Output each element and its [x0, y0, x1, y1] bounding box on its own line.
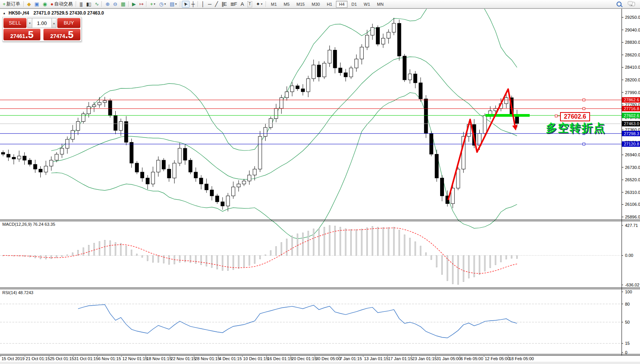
- candle-bull: [306, 79, 310, 92]
- turning-point-note[interactable]: 多空转折点: [546, 121, 605, 136]
- candle-bull: [71, 131, 75, 139]
- text-button[interactable]: A: [239, 1, 246, 8]
- candle-bull: [291, 86, 294, 91]
- indicators-button[interactable]: +▾: [148, 1, 157, 8]
- sell-button[interactable]: SELL: [3, 18, 27, 28]
- timeframe-m5-button[interactable]: M5: [281, 1, 293, 8]
- templates-button[interactable]: ▤▾: [168, 1, 178, 8]
- macd-histogram-bar: [227, 255, 228, 270]
- candlestick-chart-button[interactable]: ▮▯: [84, 1, 93, 8]
- charts-profile-button[interactable]: ◆: [25, 1, 33, 8]
- macd-histogram-bar: [147, 255, 148, 261]
- price-tick-label: 27990.0: [625, 90, 640, 95]
- new-order-button[interactable]: +新订单: [1, 0, 22, 8]
- timeframe-h1-button[interactable]: H1: [324, 1, 335, 8]
- fibonacci-button[interactable]: ≣F: [228, 1, 239, 8]
- auto-scroll-icon: ▶: [132, 2, 136, 7]
- data-window-button[interactable]: ▣: [33, 1, 41, 8]
- price-level-badge-label: 27298.3: [624, 131, 639, 136]
- price-axis: 29250.029040.028830.028620.028410.028200…: [622, 8, 640, 355]
- chat-button[interactable]: [625, 1, 640, 7]
- macd-histogram-bar: [484, 255, 485, 271]
- macd-axis-label: 0.00: [625, 253, 633, 258]
- candle-bear: [183, 148, 187, 160]
- line-chart-button[interactable]: ∿: [93, 1, 101, 8]
- candle-bear: [333, 50, 337, 68]
- timeframe-h4-button[interactable]: H4: [336, 1, 347, 8]
- candle-bull: [280, 98, 283, 108]
- text-label-button[interactable]: T: [246, 0, 254, 8]
- auto-scroll-button[interactable]: ▶: [130, 1, 138, 8]
- crosshair-button[interactable]: ┼: [190, 1, 196, 8]
- macd-histogram-bar: [409, 238, 411, 255]
- trendline-button[interactable]: ╱: [213, 1, 219, 8]
- crosshair-icon: ┼: [191, 2, 194, 7]
- candle-bear: [296, 86, 299, 89]
- autotrading-button[interactable]: ●自动交易: [48, 0, 75, 8]
- time-axis-label: 21 Oct 01:15: [26, 356, 50, 361]
- macd-histogram-bar: [163, 255, 164, 263]
- buy-price-plate[interactable]: 27474.5: [43, 29, 80, 40]
- collapse-ohlc-icon[interactable]: ▲: [3, 12, 6, 15]
- candle-bear: [435, 154, 439, 178]
- price-tick-label: 25896.0: [625, 215, 640, 219]
- time-axis-label: 6 Nov 01:15: [98, 356, 121, 361]
- autotrading-label: 自动交易: [54, 1, 73, 7]
- time-axis-label: 30 Dec 05:00: [316, 356, 341, 361]
- volume-decrease-button[interactable]: ▼: [27, 18, 32, 28]
- search-button[interactable]: [615, 1, 625, 7]
- cursor-button[interactable]: ➤: [182, 1, 190, 8]
- macd-histogram-bar: [302, 233, 303, 255]
- timeframe-m15-button[interactable]: M15: [293, 1, 308, 8]
- volume-input[interactable]: [32, 18, 52, 28]
- bar-chart-button[interactable]: |||: [78, 1, 84, 8]
- candle-bull: [55, 154, 58, 160]
- price-tag-label[interactable]: 27602.6: [560, 112, 590, 121]
- volume-increase-button[interactable]: ▲: [52, 18, 57, 28]
- zoom-in-button[interactable]: ⊕: [103, 1, 111, 8]
- tile-windows-button[interactable]: ▦: [119, 1, 127, 8]
- macd-histogram-bar: [393, 227, 394, 256]
- toolbar-right: [615, 0, 640, 8]
- arrows-button[interactable]: ✦▾: [254, 1, 264, 8]
- candle-bear: [167, 169, 171, 178]
- signals-button[interactable]: ◉: [41, 1, 48, 8]
- sell-price-plate[interactable]: 27461.5: [3, 29, 40, 40]
- candle-bull: [92, 105, 96, 107]
- candle-bull: [274, 108, 278, 118]
- horizontal-line-button[interactable]: ─: [206, 1, 213, 8]
- rsi-axis-label: 80: [625, 302, 630, 306]
- macd-histogram-bar: [345, 229, 346, 256]
- macd-histogram-bar: [308, 231, 309, 256]
- macd-histogram-bar: [51, 255, 52, 258]
- periods-button[interactable]: ◷▾: [157, 1, 168, 8]
- buy-button[interactable]: BUY: [57, 18, 80, 28]
- timeframe-m30-button[interactable]: M30: [309, 1, 323, 8]
- indicators-icon: +: [150, 2, 153, 7]
- macd-histogram-bar: [479, 255, 480, 275]
- macd-histogram-bar: [318, 228, 319, 256]
- chart-shift-button[interactable]: ↦: [138, 1, 145, 8]
- timeframe-w1-button[interactable]: W1: [361, 1, 373, 8]
- macd-histogram-bar: [115, 243, 116, 256]
- tag-anchor: [555, 115, 557, 117]
- macd-histogram-bar: [265, 255, 266, 255]
- volume-control: ▼ ▲: [27, 18, 57, 28]
- candle-bear: [130, 142, 133, 163]
- timeframe-mn-button[interactable]: MN: [374, 1, 387, 8]
- buy-price: 27474: [50, 33, 65, 39]
- macd-histogram-bar: [254, 255, 255, 263]
- timeframe-d1-button[interactable]: D1: [348, 1, 360, 8]
- candle-bull: [103, 101, 106, 103]
- timeframe-m1-button[interactable]: M1: [268, 1, 280, 8]
- vertical-line-button[interactable]: │: [199, 1, 206, 8]
- candle-bear: [146, 178, 150, 184]
- chart-canvas[interactable]: 29250.029040.028830.028620.028410.028200…: [0, 0, 640, 364]
- macd-histogram-bar: [500, 255, 502, 262]
- sell-price: 27461: [10, 33, 25, 39]
- sell-button-label: SELL: [3, 18, 27, 28]
- equidistant-channel-button[interactable]: ∥E: [219, 1, 228, 8]
- zoom-out-button[interactable]: ⊖: [111, 1, 119, 8]
- macd-histogram-bar: [490, 255, 491, 268]
- candle-bear: [33, 164, 37, 169]
